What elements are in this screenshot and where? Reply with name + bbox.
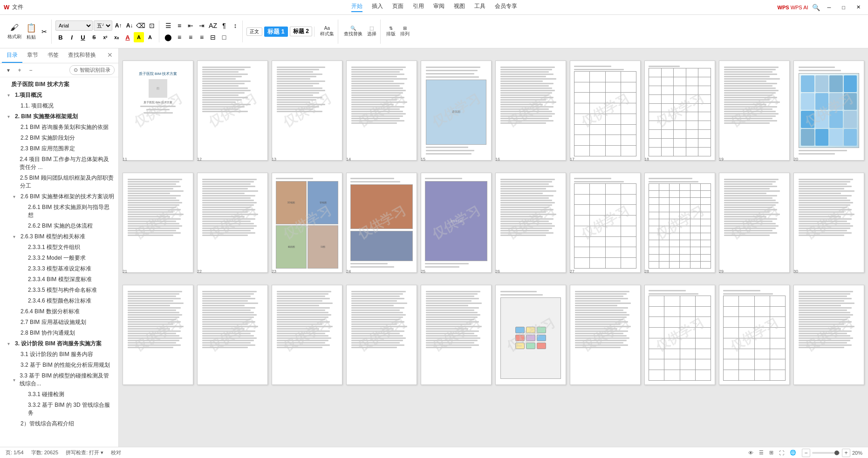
page-thumbnail[interactable]: 管道综合图 仅供学习 — [421, 173, 492, 273]
page-thumbnail[interactable]: 建筑图 仅供学习 — [421, 61, 492, 161]
view-full-icon[interactable]: ⛶ — [779, 450, 784, 456]
page-thumbnail[interactable]: 仅供学习 — [644, 173, 715, 273]
maximize-btn[interactable]: □ — [838, 5, 849, 10]
column-btn[interactable]: ⊟ — [208, 32, 218, 42]
toc-item[interactable]: 2.5 BIM 顾问团队组织框架及内部职责分工 — [0, 173, 118, 191]
shading-btn[interactable]: A — [145, 32, 155, 42]
toc-item[interactable]: 1.1. 项目概况 — [0, 101, 118, 111]
menu-member[interactable]: 会员专享 — [495, 2, 517, 12]
toc-item[interactable]: 3.3.2 基于 BIM 的 3D 管线综合服务 — [0, 400, 118, 418]
sidebar-tab-toc[interactable]: 目录 — [2, 48, 22, 63]
decrease-font-btn[interactable]: A↓ — [124, 20, 135, 31]
toc-item[interactable]: 2.1 BIM 咨询服务策划和实施的依据 — [0, 122, 118, 133]
page-thumbnail[interactable]: 仅供学习 — [793, 285, 864, 385]
toc-item[interactable]: 2.7 BIM 应用基础设施规划 — [0, 317, 118, 328]
cut-btn[interactable]: ✂ — [39, 27, 49, 37]
toc-item[interactable]: 2）管线综合高程介绍 — [0, 418, 118, 429]
align-center-btn[interactable]: ≡ — [174, 32, 185, 42]
spell-check[interactable]: 拼写检查: 打开 ▾ — [66, 449, 103, 456]
menu-start[interactable]: 开始 — [351, 2, 362, 12]
page-thumbnail[interactable]: 仅供学习 — [346, 285, 417, 385]
toc-item[interactable]: 2.3.3.5 模型与构件命名标准 — [0, 285, 118, 296]
font-color-btn[interactable]: A — [123, 32, 133, 42]
style-set-btn[interactable]: Aa 样式集 — [318, 20, 336, 44]
toc-toggle-icon[interactable]: ▾ — [13, 377, 18, 383]
page-thumbnail[interactable]: 仅供学习 — [495, 285, 566, 385]
page-thumbnail[interactable]: 仅供学习 — [495, 173, 566, 273]
toc-toggle-icon[interactable]: ▾ — [7, 93, 13, 98]
toc-item[interactable]: 2.8 BIM 协作沟通规划 — [0, 328, 118, 338]
toc-item[interactable]: ▾2.6 BIM 实施整体框架的技术方案说明 — [0, 191, 118, 202]
paste-btn[interactable]: 📋 粘贴 — [24, 20, 38, 44]
toc-item[interactable]: ▾3.3 基于 BIM 的模型的碰撞检测及管线综合... — [0, 370, 118, 389]
underline-btn[interactable]: U — [78, 32, 88, 42]
style-normal[interactable]: 正文 — [246, 27, 262, 36]
menu-review[interactable]: 审阅 — [433, 2, 444, 12]
toc-item[interactable]: 2.3.3.3 模型基准设定标准 — [0, 263, 118, 274]
page-thumbnail[interactable]: 仅供学习 — [570, 173, 641, 273]
toc-item[interactable]: 2.6.1 BIM 技术实施原则与指导思想 — [0, 202, 118, 221]
page-thumbnail[interactable]: 仅供学习 — [644, 61, 715, 161]
page-thumbnail[interactable]: 仅供学习 — [719, 285, 790, 385]
proofread[interactable]: 校对 — [111, 449, 121, 456]
page-thumbnail[interactable]: 仅供学习 — [570, 285, 641, 385]
toc-item[interactable]: ▾2.6.3 BIM 模型的相关标准 — [0, 231, 118, 242]
zoom-slider[interactable] — [812, 452, 840, 454]
page-thumbnail[interactable]: 仅供学习 — [719, 173, 790, 273]
menu-file[interactable]: 文件 — [12, 3, 23, 11]
font-family-select[interactable]: Arial — [55, 20, 93, 31]
toc-item[interactable]: 质子医院 BIM 技术方案 — [0, 79, 118, 90]
clear-format-btn[interactable]: ⌫ — [136, 20, 146, 31]
page-thumbnail[interactable]: 质子医院 BIM 技术方案 图 质子医院 BIM 技术方案 仅供学习 — [123, 61, 193, 161]
toc-item[interactable]: 3.1 设计阶段的 BIM 服务内容 — [0, 349, 118, 360]
toc-item[interactable]: 2.2 BIM 实施阶段划分 — [0, 133, 118, 143]
italic-btn[interactable]: I — [67, 32, 77, 42]
border-shading-btn[interactable]: □ — [219, 32, 229, 42]
highlight-btn[interactable]: A — [134, 32, 144, 42]
align-left-btn[interactable]: ⬤ — [163, 32, 173, 42]
page-thumbnail[interactable]: 仅供学习 — [719, 61, 790, 161]
menu-insert[interactable]: 插入 — [372, 2, 383, 12]
view-grid-icon[interactable]: 🌐 — [790, 450, 796, 456]
line-spacing-btn[interactable]: ↕ — [230, 20, 240, 31]
wps-ai-btn[interactable]: WPS WPS AI — [778, 5, 808, 10]
page-thumbnail[interactable]: 仅供学习 — [272, 61, 342, 161]
toc-item[interactable]: 3.2 基于 BIM 的性能化分析应用规划 — [0, 360, 118, 370]
page-thumbnail[interactable]: 仅供学习 — [421, 285, 492, 385]
page-thumbnail[interactable]: 仅供学习 — [570, 61, 641, 161]
page-thumbnail[interactable]: 仅供学习 — [197, 61, 268, 161]
toc-toggle-icon[interactable]: ▾ — [13, 194, 19, 199]
zoom-out-btn[interactable]: − — [802, 449, 810, 457]
toc-item[interactable]: ▾2. BIM 实施整体框架规划 — [0, 111, 118, 122]
sidebar-tab-findreplace[interactable]: 查找和替换 — [63, 48, 101, 63]
content-area[interactable]: 1 质子医院 BIM 技术方案 图 质子医院 BIM 技术方案 仅供学习2仅供学… — [119, 48, 868, 447]
sort-btn[interactable]: AZ — [208, 20, 218, 31]
find-replace-btn[interactable]: 🔍 查找替换 — [342, 20, 364, 44]
toc-item[interactable]: 2.6.4 BIM 数据分析标准 — [0, 306, 118, 317]
align-justify-btn[interactable]: ≡ — [197, 32, 207, 42]
page-thumbnail[interactable]: 仅供学习 — [123, 173, 193, 273]
sidebar-tab-bookmark[interactable]: 书签 — [43, 48, 63, 63]
format-painter-btn[interactable]: 🖌 格式刷 — [6, 20, 23, 44]
toc-toggle-icon[interactable]: ▾ — [7, 114, 13, 119]
arrange-btn[interactable]: ⊞ 排列 — [398, 20, 411, 44]
toc-item[interactable]: 2.3.3.4 BIM 模型深度标准 — [0, 274, 118, 285]
view-outline-icon[interactable]: ☰ — [759, 450, 764, 456]
zoom-in-btn[interactable]: + — [842, 449, 850, 457]
sidebar-close-btn[interactable]: ✕ — [103, 48, 116, 63]
toc-item[interactable]: 2.3.4.6 模型颜色标注标准 — [0, 296, 118, 306]
page-thumbnail[interactable]: 仅供学习 — [346, 173, 417, 273]
show-marks-btn[interactable]: ¶ — [219, 20, 229, 31]
list-btn[interactable]: ☰ — [163, 20, 173, 31]
border-btn[interactable]: ⊡ — [147, 20, 157, 31]
toc-item[interactable]: 2.3.3.2 Model 一般要求 — [0, 253, 118, 263]
view-normal-icon[interactable]: 👁 — [748, 450, 753, 456]
toc-item[interactable]: ▾1.项目概况 — [0, 90, 118, 101]
page-thumbnail[interactable]: 仅供学习 — [123, 285, 193, 385]
subscript-btn[interactable]: x₂ — [111, 32, 122, 42]
search-icon[interactable]: 🔍 — [812, 4, 820, 11]
menu-tools[interactable]: 工具 — [474, 2, 485, 12]
sidebar-tab-chapter[interactable]: 章节 — [22, 48, 43, 63]
minimize-btn[interactable]: ─ — [824, 5, 835, 10]
toc-item[interactable]: 2.3 BIM 应用范围界定 — [0, 143, 118, 154]
